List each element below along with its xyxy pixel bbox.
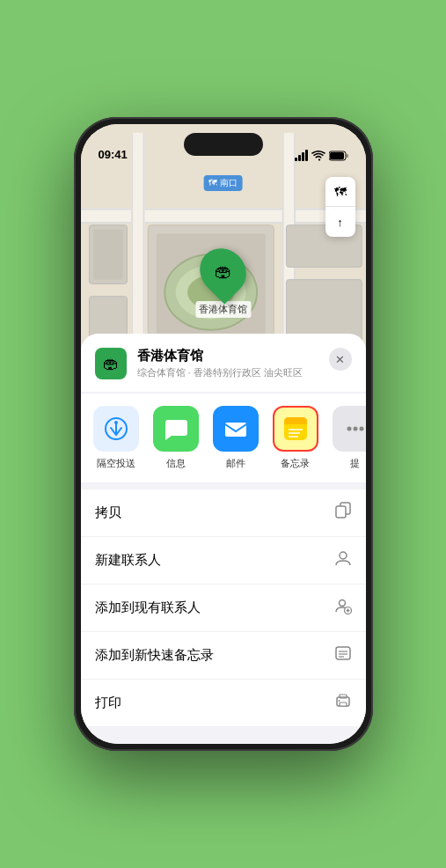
share-item-more[interactable]: 提	[329, 406, 366, 470]
place-subtitle: 综合体育馆 · 香港特别行政区 油尖旺区	[137, 366, 318, 379]
action-print[interactable]: 打印	[81, 680, 366, 726]
svg-rect-2	[347, 154, 348, 158]
notes-icon	[273, 406, 318, 452]
poi-pin: 🏟	[190, 239, 255, 304]
place-header: 🏟 香港体育馆 综合体育馆 · 香港特别行政区 油尖旺区 ✕	[81, 334, 366, 392]
battery-icon	[329, 151, 348, 161]
svg-rect-54	[340, 702, 347, 706]
phone-screen: 09:41	[81, 124, 366, 744]
place-icon: 🏟	[95, 348, 127, 379]
copy-icon	[334, 502, 352, 524]
svg-rect-4	[81, 209, 366, 224]
add-notes-icon	[334, 644, 352, 666]
signal-icon	[295, 150, 308, 161]
svg-point-40	[359, 427, 363, 431]
location-button[interactable]: ↑	[325, 207, 355, 237]
action-list: 拷贝 新建联系人	[81, 489, 366, 726]
action-add-contact[interactable]: 添加到现有联系人	[81, 585, 366, 632]
share-item-airdrop[interactable]: 隔空投送	[90, 406, 143, 470]
new-contact-label: 新建联系人	[95, 552, 161, 569]
svg-rect-34	[284, 423, 307, 424]
share-item-mail[interactable]: 邮件	[209, 406, 262, 470]
notes-label: 备忘录	[281, 457, 310, 470]
dynamic-island	[184, 133, 263, 156]
svg-point-30	[114, 421, 118, 424]
map-controls: 🗺 ↑	[325, 177, 355, 237]
share-item-notes[interactable]: 备忘录	[269, 406, 322, 470]
svg-rect-5	[81, 209, 366, 210]
copy-label: 拷贝	[95, 504, 121, 521]
airdrop-label: 隔空投送	[97, 457, 135, 470]
more-label: 提	[350, 457, 360, 470]
place-name: 香港体育馆	[137, 348, 318, 364]
phone-frame: 09:41	[74, 117, 373, 751]
bottom-sheet: 🏟 香港体育馆 综合体育馆 · 香港特别行政区 油尖旺区 ✕	[81, 334, 366, 744]
action-copy[interactable]: 拷贝	[81, 489, 366, 537]
svg-rect-31	[225, 423, 246, 437]
svg-point-38	[347, 427, 351, 431]
svg-rect-48	[336, 647, 350, 659]
status-icons	[295, 150, 348, 161]
close-button[interactable]: ✕	[329, 348, 352, 371]
messages-icon	[153, 406, 199, 452]
svg-point-39	[353, 427, 357, 431]
svg-rect-6	[81, 222, 366, 224]
messages-label: 信息	[166, 457, 186, 470]
place-info: 香港体育馆 综合体育馆 · 香港特别行政区 油尖旺区	[137, 348, 318, 379]
svg-point-44	[339, 600, 345, 607]
mail-label: 邮件	[226, 457, 245, 470]
print-label: 打印	[95, 695, 121, 711]
map-label: 🗺 南口	[203, 175, 243, 191]
wifi-icon	[311, 151, 325, 161]
add-contact-label: 添加到现有联系人	[95, 600, 201, 616]
map-type-button[interactable]: 🗺	[325, 177, 355, 207]
svg-rect-42	[336, 506, 346, 518]
new-contact-icon	[334, 549, 352, 571]
svg-point-55	[338, 700, 340, 702]
svg-point-43	[340, 552, 347, 559]
svg-rect-53	[340, 695, 347, 698]
action-add-notes[interactable]: 添加到新快速备忘录	[81, 632, 366, 680]
share-item-messages[interactable]: 信息	[150, 406, 202, 470]
mail-icon	[213, 406, 259, 452]
svg-rect-1	[330, 152, 344, 159]
more-icon	[333, 406, 366, 452]
add-contact-icon	[334, 597, 352, 619]
svg-rect-22	[93, 229, 122, 279]
add-notes-label: 添加到新快速备忘录	[95, 647, 214, 664]
action-new-contact[interactable]: 新建联系人	[81, 537, 366, 585]
status-time: 09:41	[99, 148, 128, 161]
share-row: 隔空投送 信息	[81, 394, 366, 482]
airdrop-icon	[93, 406, 139, 452]
print-icon	[334, 692, 352, 714]
poi-marker: 🏟 香港体育馆	[195, 247, 251, 318]
